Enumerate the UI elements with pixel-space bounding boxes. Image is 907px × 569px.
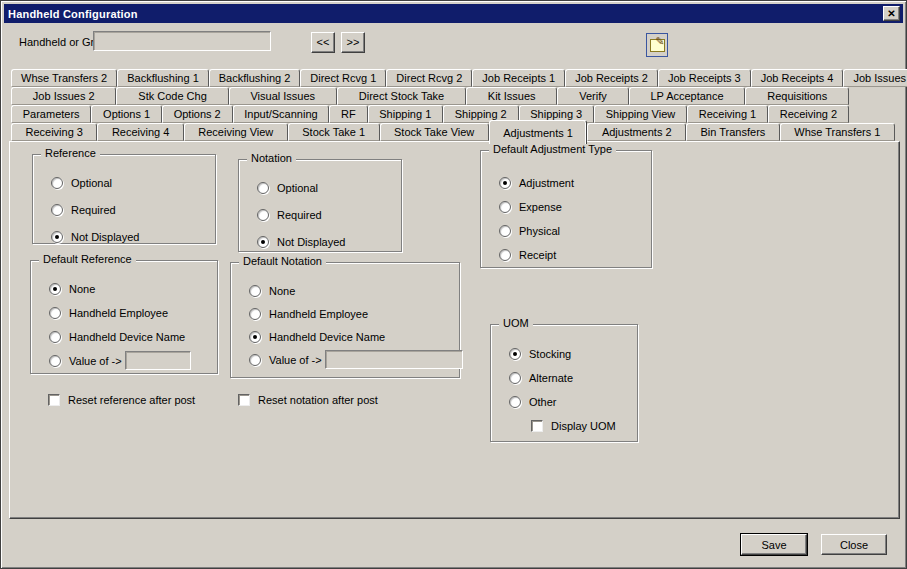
tab[interactable]: Direct Rcvg 2 — [386, 69, 472, 87]
uom-group-title: UOM — [499, 317, 533, 329]
radio-label: Optional — [277, 182, 318, 194]
close-icon[interactable]: ✕ — [883, 6, 900, 21]
tab-row-3: ParametersOptions 1Options 2Input/Scanni… — [11, 105, 849, 123]
tab[interactable]: Shipping View — [594, 105, 687, 123]
close-button[interactable]: Close — [821, 534, 887, 555]
tab[interactable]: Job Receipts 4 — [751, 69, 844, 87]
radio-option[interactable]: Value of -> — [49, 354, 217, 367]
tab[interactable]: Receiving View — [184, 123, 288, 141]
tab[interactable]: Verify — [557, 87, 628, 105]
radio-option[interactable]: Handheld Device Name — [49, 330, 217, 343]
radio-label: Handheld Device Name — [269, 331, 385, 343]
radio-option[interactable]: Physical — [499, 224, 651, 237]
tab[interactable]: Job Receipts 3 — [658, 69, 751, 87]
display-uom-checkbox[interactable]: Display UOM — [531, 419, 637, 432]
radio-label: None — [69, 283, 95, 295]
radio-option[interactable]: Value of -> — [249, 353, 459, 366]
radio-icon — [249, 331, 261, 343]
radio-option[interactable]: Other — [509, 395, 637, 408]
tab-label: Job Receipts 3 — [668, 72, 741, 84]
tab[interactable]: Backflushing 1 — [117, 69, 209, 87]
radio-option[interactable]: Required — [51, 203, 215, 216]
tab[interactable]: Stock Take View — [380, 123, 489, 141]
tab[interactable]: Adjustments 1 — [489, 120, 588, 144]
radio-option[interactable]: Required — [257, 208, 401, 221]
tab[interactable]: Adjustments 2 — [587, 123, 686, 141]
radio-icon — [249, 308, 261, 320]
tab[interactable]: Receiving 1 — [687, 105, 768, 123]
save-button[interactable]: Save — [741, 534, 807, 555]
tab[interactable]: Receiving 2 — [768, 105, 849, 123]
checkbox-label: Reset notation after post — [258, 394, 378, 406]
tab[interactable]: Backflushing 2 — [209, 69, 301, 87]
tab-label: Parameters — [23, 108, 80, 120]
tab[interactable]: Bin Transfers — [686, 123, 780, 141]
tab[interactable]: Options 1 — [91, 105, 162, 123]
radio-label: None — [269, 285, 295, 297]
tab[interactable]: Options 2 — [162, 105, 233, 123]
tab-strip: Whse Transfers 2Backflushing 1Backflushi… — [11, 69, 895, 141]
adjustments-1-panel: Reference Optional Required — [9, 141, 900, 519]
radio-label: Other — [529, 396, 557, 408]
tab[interactable]: Job Receipts 1 — [472, 69, 565, 87]
tab[interactable]: RF — [329, 105, 367, 123]
handheld-or-group-input[interactable] — [93, 31, 271, 51]
notation-options: Optional Required Not Displayed — [239, 160, 401, 248]
tab[interactable]: Direct Rcvg 1 — [300, 69, 386, 87]
tab-label: Shipping View — [606, 108, 676, 120]
checkbox-label: Display UOM — [551, 420, 616, 432]
tab[interactable]: Whse Transfers 1 — [780, 123, 895, 141]
tab[interactable]: Requisitions — [745, 87, 849, 105]
radio-option[interactable]: Not Displayed — [257, 235, 401, 248]
tab[interactable]: LP Acceptance — [629, 87, 746, 105]
radio-option[interactable]: None — [249, 284, 459, 297]
tab[interactable]: Direct Stock Take — [337, 87, 466, 105]
default-notation-group: Default Notation None Handheld Employee — [230, 262, 460, 378]
radio-option[interactable]: Receipt — [499, 248, 651, 261]
edit-button[interactable]: ✎ — [646, 33, 668, 57]
tab[interactable]: Whse Transfers 2 — [11, 69, 117, 87]
tab[interactable]: Stk Code Chg — [116, 87, 228, 105]
radio-option[interactable]: Stocking — [509, 347, 637, 360]
tab[interactable]: Receiving 4 — [97, 123, 183, 141]
radio-option[interactable]: Not Displayed — [51, 230, 215, 243]
value-of-input[interactable] — [125, 351, 191, 370]
tab[interactable]: Visual Issues — [229, 87, 337, 105]
tab[interactable]: Job Issues 2 — [11, 87, 116, 105]
radio-option[interactable]: None — [49, 282, 217, 295]
radio-option[interactable]: Handheld Employee — [249, 307, 459, 320]
checkbox-icon — [48, 394, 60, 406]
radio-option[interactable]: Optional — [257, 181, 401, 194]
radio-option[interactable]: Adjustment — [499, 176, 651, 189]
radio-icon — [509, 372, 521, 384]
handheld-configuration-dialog: Handheld Configuration ✕ Handheld or Gro… — [0, 0, 907, 569]
value-of-input[interactable] — [325, 350, 463, 369]
tab-label: Direct Rcvg 2 — [396, 72, 462, 84]
uom-options: Stocking Alternate Other — [491, 325, 637, 408]
radio-icon — [51, 231, 63, 243]
radio-option[interactable]: Alternate — [509, 371, 637, 384]
prev-button[interactable]: << — [311, 32, 335, 53]
edit-note-icon: ✎ — [650, 39, 665, 52]
tab[interactable]: Receiving 3 — [11, 123, 97, 141]
tab-label: Stock Take View — [394, 126, 474, 138]
radio-option[interactable]: Expense — [499, 200, 651, 213]
tab[interactable]: Input/Scanning — [233, 105, 330, 123]
tab[interactable]: Job Receipts 2 — [565, 69, 658, 87]
tab-label: Adjustments 1 — [503, 127, 573, 139]
tab-label: Bin Transfers — [701, 126, 766, 138]
reset-notation-after-post-checkbox[interactable]: Reset notation after post — [238, 393, 378, 406]
tab[interactable]: Parameters — [11, 105, 91, 123]
tab[interactable]: Shipping 1 — [368, 105, 443, 123]
next-button[interactable]: >> — [341, 32, 365, 53]
titlebar[interactable]: Handheld Configuration ✕ — [4, 4, 903, 23]
radio-option[interactable]: Handheld Device Name — [249, 330, 459, 343]
tab[interactable]: Kit Issues — [466, 87, 557, 105]
tab-row-1: Whse Transfers 2Backflushing 1Backflushi… — [11, 69, 849, 87]
tab[interactable]: Job Issues 1 — [843, 69, 907, 87]
reset-reference-after-post-checkbox[interactable]: Reset reference after post — [48, 393, 195, 406]
radio-icon — [509, 396, 521, 408]
radio-option[interactable]: Handheld Employee — [49, 306, 217, 319]
radio-option[interactable]: Optional — [51, 176, 215, 189]
tab[interactable]: Stock Take 1 — [288, 123, 380, 141]
